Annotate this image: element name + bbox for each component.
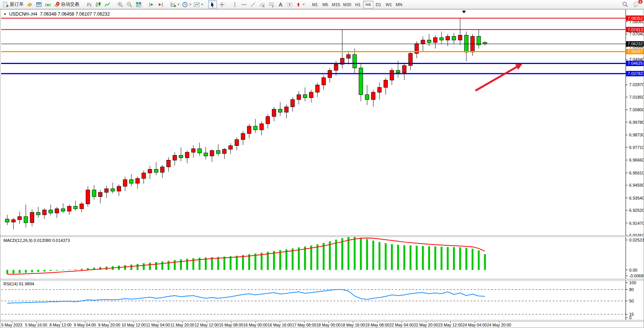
macd-histogram-bar: [354, 237, 355, 270]
timeframe-button-M15[interactable]: M15: [330, 1, 341, 8]
time-axis[interactable]: 5 May 20235 May 16:008 May 12:009 May 04…: [0, 322, 644, 328]
price-chart-canvas[interactable]: 7.080607.070407.059907.049407.038907.028…: [0, 10, 644, 235]
svg-text:E: E: [263, 5, 265, 7]
candlestick: [99, 192, 102, 197]
toolbar-separator: [145, 1, 145, 8]
signal-button[interactable]: [43, 0, 52, 8]
autotrade-button[interactable]: 自动交易: [53, 0, 80, 8]
macd-histogram-bar: [267, 252, 269, 270]
macd-histogram-bar: [217, 257, 219, 270]
auto-scroll-button[interactable]: [147, 0, 156, 8]
line-chart-button[interactable]: [103, 0, 112, 8]
candlestick: [135, 178, 139, 183]
new-order-button[interactable]: 新订单: [2, 0, 25, 8]
timeframe-button-MN[interactable]: MN: [394, 1, 404, 8]
price-tick-label: 6.97710: [629, 145, 644, 150]
macd-histogram-bar: [155, 262, 157, 270]
trendline-tool-button[interactable]: [249, 0, 257, 8]
candlestick: [185, 152, 189, 158]
macd-histogram-bar: [261, 253, 263, 270]
chart-shift-button[interactable]: [156, 0, 165, 8]
timeframe-button-H1[interactable]: H1: [353, 1, 363, 8]
crosshair-icon: [219, 2, 225, 8]
macd-histogram-bar: [441, 247, 443, 270]
candlestick: [272, 109, 276, 117]
zoom-in-button[interactable]: [116, 0, 124, 8]
price-tick-label: 6.98730: [629, 133, 644, 137]
chart-shift-marker[interactable]: [462, 11, 466, 13]
macd-signal-line: [7, 238, 485, 274]
fibonacci-tool-button[interactable]: F: [267, 0, 276, 8]
candlestick: [198, 149, 201, 153]
fibonacci-icon: F: [268, 2, 274, 8]
crosshair-tool-button[interactable]: [217, 0, 226, 8]
macd-histogram-bar: [348, 237, 349, 270]
indicators-button[interactable]: [193, 0, 204, 8]
time-axis-label: 22 May 04:00: [389, 323, 414, 327]
macd-panel[interactable]: 0.0253180.00-0.006894 MACD(12,26,9) 0.01…: [0, 237, 644, 279]
time-axis-label: 24 May 04:00: [462, 323, 487, 327]
price-chart-panel[interactable]: 7.080607.070407.059907.049407.038907.028…: [0, 10, 644, 235]
timeframe-button-M5[interactable]: M5: [320, 1, 330, 8]
zoom-out-button[interactable]: [125, 0, 134, 8]
timeframe-button-M30[interactable]: M30: [341, 1, 352, 8]
macd-histogram-bar: [37, 270, 39, 272]
vertical-line-tool-button[interactable]: [230, 0, 239, 8]
macd-histogram-bar: [403, 245, 405, 270]
candlestick: [37, 213, 40, 215]
rsi-canvas: 1008050150: [0, 280, 644, 320]
timeframe-button-H4[interactable]: H4: [363, 1, 373, 8]
arrow-objects-button[interactable]: [294, 0, 306, 8]
candlestick: [235, 139, 239, 146]
candlestick: [111, 189, 115, 191]
macd-histogram-bar: [410, 245, 411, 270]
price-level-badge-text: 7.05597: [628, 49, 643, 54]
timeframe-button-W1[interactable]: W1: [384, 1, 394, 8]
text-tool-button[interactable]: A: [276, 0, 285, 8]
candlestick: [396, 70, 400, 73]
candlestick: [154, 169, 158, 172]
channel-tool-button[interactable]: E: [258, 0, 266, 8]
time-axis-label: 18 May 00:00: [316, 323, 341, 327]
candlestick: [440, 38, 443, 40]
candlestick-chart-button[interactable]: [94, 0, 102, 8]
time-axis-label: 9 May 04:00: [74, 323, 96, 327]
candlestick: [371, 92, 375, 99]
candlestick: [161, 167, 164, 172]
chart-symbol-period: USDCNH-,H4: [9, 11, 37, 17]
notifications-button[interactable]: 1: [632, 0, 641, 8]
timeframe-button-M1[interactable]: M1: [310, 1, 320, 8]
candlestick: [359, 68, 363, 94]
candlestick: [260, 124, 263, 130]
bar-chart-icon: [86, 2, 92, 8]
periods-button[interactable]: [181, 0, 192, 8]
cursor-tool-button[interactable]: [208, 0, 217, 8]
chart-shift-icon: [158, 2, 164, 8]
new-chart-button[interactable]: [169, 0, 180, 8]
timeframe-button-D1[interactable]: D1: [373, 1, 384, 8]
data-window-button[interactable]: [34, 0, 43, 8]
candlestick: [11, 220, 15, 222]
macd-label: MACD(12,26,9) 0.012080 0.014373: [3, 238, 70, 243]
data-window-icon: [36, 2, 42, 8]
bar-chart-button[interactable]: [84, 0, 93, 8]
candlestick: [390, 70, 394, 80]
tile-windows-button[interactable]: [134, 0, 143, 8]
price-tick-label: 6.93540: [629, 196, 644, 200]
search-button[interactable]: [621, 0, 630, 8]
macd-histogram-bar: [50, 270, 52, 271]
macd-histogram-bar: [75, 269, 77, 270]
macd-histogram-bar: [292, 248, 293, 270]
symbols-button[interactable]: [25, 0, 34, 8]
horizontal-line-tool-button[interactable]: [239, 0, 248, 8]
trend-arrow[interactable]: [475, 67, 516, 91]
rsi-panel[interactable]: 1008050150 RSI(14) 61.9894: [0, 280, 644, 320]
candlestick: [67, 206, 71, 211]
macd-histogram-bar: [223, 257, 225, 270]
horizontal-line-icon: [241, 2, 247, 8]
arrow-object-icon: [295, 2, 301, 8]
candlestick: [477, 37, 481, 45]
text-label-tool-button[interactable]: T: [285, 0, 294, 8]
candlestick: [55, 209, 59, 213]
collapse-icon[interactable]: ▼: [3, 13, 6, 16]
